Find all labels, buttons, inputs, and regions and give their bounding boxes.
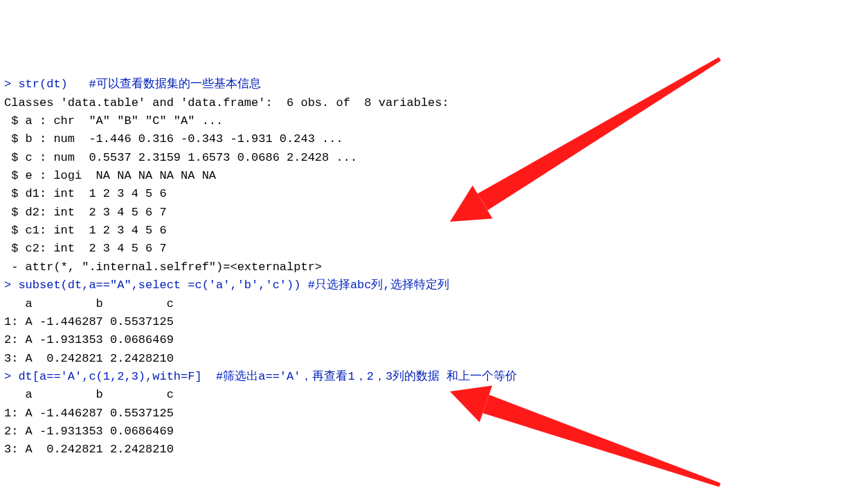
console-line: $ a : chr "A" "B" "C" "A" ... xyxy=(4,112,864,130)
console-line: $ e : logi NA NA NA NA NA NA xyxy=(4,167,864,185)
r-output: 2: A -1.931353 0.0686469 xyxy=(4,333,174,346)
console-line: 2: A -1.931353 0.0686469 xyxy=(4,331,864,349)
r-code: str(dt) xyxy=(18,78,89,91)
console-line: 1: A -1.446287 0.5537125 xyxy=(4,313,864,331)
console-line: 3: A 0.242821 2.2428210 xyxy=(4,441,864,459)
r-output: $ a : chr "A" "B" "C" "A" ... xyxy=(4,114,223,127)
r-console-output: > str(dt) #可以查看数据集的一些基本信息Classes 'data.t… xyxy=(4,76,864,459)
r-prompt: > xyxy=(4,370,18,383)
console-line: 3: A 0.242821 2.2428210 xyxy=(4,350,864,368)
console-line: > str(dt) #可以查看数据集的一些基本信息 xyxy=(4,76,864,94)
r-comment: #筛选出a=='A'，再查看1，2，3列的数据 和上一个等价 xyxy=(216,370,517,383)
console-line: $ c1: int 1 2 3 4 5 6 xyxy=(4,222,864,240)
console-line: 2: A -1.931353 0.0686469 xyxy=(4,423,864,441)
r-output: $ c2: int 2 3 4 5 6 7 xyxy=(4,242,167,255)
r-output: - attr(*, ".internal.selfref")=<external… xyxy=(4,261,329,274)
r-comment: #可以查看数据集的一些基本信息 xyxy=(89,78,260,91)
r-output: $ d2: int 2 3 4 5 6 7 xyxy=(4,206,167,219)
r-output: $ c1: int 1 2 3 4 5 6 xyxy=(4,224,167,237)
console-line: a b c xyxy=(4,295,864,313)
r-code: subset(dt,a=="A",select =c('a','b','c')) xyxy=(18,279,307,292)
r-output: Classes 'data.table' and 'data.frame': 6… xyxy=(4,96,449,109)
console-line: a b c xyxy=(4,386,864,404)
r-output: 3: A 0.242821 2.2428210 xyxy=(4,443,174,456)
console-line: $ d1: int 1 2 3 4 5 6 xyxy=(4,185,864,203)
r-prompt: > xyxy=(4,78,18,91)
r-prompt: > xyxy=(4,279,18,292)
r-output: $ d1: int 1 2 3 4 5 6 xyxy=(4,187,167,200)
console-line: Classes 'data.table' and 'data.frame': 6… xyxy=(4,94,864,112)
r-output: 1: A -1.446287 0.5537125 xyxy=(4,315,174,328)
r-output: $ b : num -1.446 0.316 -0.343 -1.931 0.2… xyxy=(4,132,343,145)
r-output: 1: A -1.446287 0.5537125 xyxy=(4,407,174,420)
r-code: dt[a=='A',c(1,2,3),with=F] xyxy=(18,370,216,383)
console-line: - attr(*, ".internal.selfref")=<external… xyxy=(4,258,864,276)
console-line: $ d2: int 2 3 4 5 6 7 xyxy=(4,204,864,222)
console-line: $ b : num -1.446 0.316 -0.343 -1.931 0.2… xyxy=(4,130,864,148)
r-output: $ e : logi NA NA NA NA NA NA xyxy=(4,169,216,182)
console-line: > subset(dt,a=="A",select =c('a','b','c'… xyxy=(4,276,864,294)
r-output: a b c xyxy=(4,388,174,401)
r-output: 3: A 0.242821 2.2428210 xyxy=(4,352,174,365)
r-output: 2: A -1.931353 0.0686469 xyxy=(4,425,174,438)
r-comment: #只选择abc列,选择特定列 xyxy=(308,279,449,292)
r-output: a b c xyxy=(4,297,174,310)
r-output: $ c : num 0.5537 2.3159 1.6573 0.0686 2.… xyxy=(4,151,357,164)
console-line: > dt[a=='A',c(1,2,3),with=F] #筛选出a=='A'，… xyxy=(4,368,864,386)
console-line: $ c : num 0.5537 2.3159 1.6573 0.0686 2.… xyxy=(4,149,864,167)
console-line: $ c2: int 2 3 4 5 6 7 xyxy=(4,240,864,258)
console-line: 1: A -1.446287 0.5537125 xyxy=(4,405,864,423)
